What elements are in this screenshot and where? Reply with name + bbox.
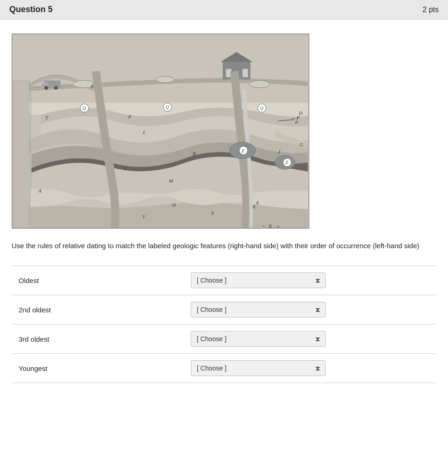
select-cell-2nd-oldest: [ Choose ]ABCDEFGJKLMOPQRSTVXZ	[184, 295, 436, 324]
svg-text:S: S	[211, 210, 214, 216]
select-youngest[interactable]: [ Choose ]ABCDEFGJKLMOPQRSTVXZ	[191, 360, 326, 376]
select-cell-oldest: [ Choose ]ABCDEFGJKLMOPQRSTVXZ	[184, 266, 436, 295]
svg-text:L: L	[142, 129, 146, 135]
matching-table: Oldest[ Choose ]ABCDEFGJKLMOPQRSTVXZ2nd …	[12, 265, 436, 383]
matching-row: Oldest[ Choose ]ABCDEFGJKLMOPQRSTVXZ	[12, 266, 436, 295]
matching-row: Youngest[ Choose ]ABCDEFGJKLMOPQRSTVXZ	[12, 354, 436, 383]
svg-text:B: B	[193, 151, 196, 156]
svg-text:Q: Q	[166, 105, 169, 110]
svg-text:↓: ↓	[92, 80, 94, 85]
svg-rect-8	[242, 69, 248, 77]
svg-rect-1	[13, 80, 29, 228]
svg-text:K: K	[276, 225, 281, 228]
select-oldest[interactable]: [ Choose ]ABCDEFGJKLMOPQRSTVXZ	[191, 272, 326, 288]
svg-text:←: ←	[262, 223, 267, 228]
svg-text:P: P	[296, 115, 300, 120]
svg-point-12	[54, 86, 58, 90]
matching-row: 2nd oldest[ Choose ]ABCDEFGJKLMOPQRSTVXZ	[12, 295, 436, 324]
select-cell-3rd-oldest: [ Choose ]ABCDEFGJKLMOPQRSTVXZ	[184, 324, 436, 354]
svg-text:O: O	[172, 202, 176, 208]
question-text: Use the rules of relative dating to matc…	[12, 240, 436, 251]
matching-row: 3rd oldest[ Choose ]ABCDEFGJKLMOPQRSTVXZ	[12, 324, 436, 354]
select-2nd-oldest[interactable]: [ Choose ]ABCDEFGJKLMOPQRSTVXZ	[191, 302, 326, 317]
svg-point-11	[44, 86, 48, 90]
svg-text:X: X	[255, 200, 259, 205]
question-body: R ↓ Q Q Q Z	[0, 20, 448, 397]
svg-text:Z: Z	[285, 160, 288, 165]
svg-text:G: G	[300, 142, 303, 147]
svg-point-4	[249, 80, 270, 88]
select-3rd-oldest[interactable]: [ Choose ]ABCDEFGJKLMOPQRSTVXZ	[191, 331, 326, 347]
label-2nd-oldest: 2nd oldest	[12, 295, 184, 324]
svg-text:Q: Q	[83, 106, 86, 111]
svg-text:K: K	[268, 223, 273, 228]
svg-text:T: T	[45, 115, 48, 120]
label-oldest: Oldest	[12, 266, 184, 295]
svg-text:Z: Z	[241, 148, 244, 153]
svg-point-3	[156, 76, 174, 83]
geo-image-container: R ↓ Q Q Q Z	[12, 33, 436, 229]
geo-diagram: R ↓ Q Q Q Z	[12, 33, 309, 229]
label-3rd-oldest: 3rd oldest	[12, 324, 184, 354]
label-youngest: Youngest	[12, 354, 184, 383]
svg-text:A: A	[38, 188, 42, 193]
svg-text:M: M	[168, 178, 174, 184]
svg-text:E: E	[252, 204, 256, 209]
question-points: 2 pts	[422, 6, 439, 14]
page-container: Question 5 2 pts	[0, 0, 448, 397]
svg-text:Q: Q	[260, 106, 263, 111]
question-title: Question 5	[9, 5, 53, 14]
question-header: Question 5 2 pts	[0, 0, 448, 20]
svg-text:F: F	[128, 114, 132, 119]
geo-svg: R ↓ Q Q Q Z	[13, 34, 308, 228]
select-cell-youngest: [ Choose ]ABCDEFGJKLMOPQRSTVXZ	[184, 354, 436, 383]
svg-text:S: S	[124, 165, 127, 171]
